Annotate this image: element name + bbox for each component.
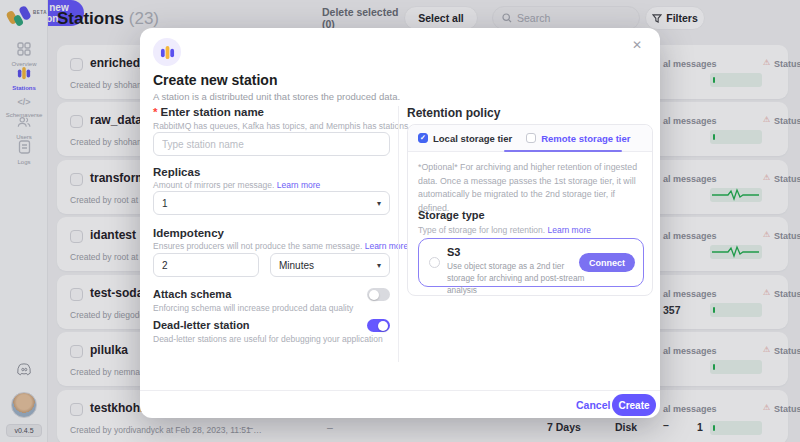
local-tier-label: Local storage tier [433, 133, 512, 144]
storage-tier-tabs: ✓ Local storage tier Remote storage tier [408, 125, 652, 152]
storage-type-label: Storage type [418, 209, 485, 221]
idempotency-unit: Minutes [279, 260, 314, 271]
create-station-modal: ✕ Create new station A station is a dist… [140, 28, 660, 418]
required-asterisk: * [153, 106, 157, 118]
tab-remote-storage-tier[interactable]: Remote storage tier [526, 133, 630, 144]
modal-footer-divider [140, 390, 660, 391]
chevron-down-icon: ▾ [377, 261, 381, 270]
modal-title: Create new station [153, 72, 277, 88]
active-tab-underline [504, 150, 622, 152]
modal-subtitle: A station is a distributed unit that sto… [153, 91, 400, 102]
replicas-select[interactable]: 1 ▾ [153, 191, 390, 215]
replicas-hint: Amount of mirrors per message. Learn mor… [153, 180, 320, 190]
s3-description: Use object storage as a 2nd tier storage… [447, 260, 589, 296]
idempotency-hint: Ensures producers will not produce the s… [153, 241, 408, 251]
idempotency-value-input[interactable] [153, 253, 259, 277]
attach-schema-hint: Enforcing schema will increase produced … [153, 303, 353, 313]
dead-letter-toggle[interactable] [367, 319, 390, 332]
storage-tier-box: ✓ Local storage tier Remote storage tier… [407, 124, 653, 296]
station-name-hint: RabbitMQ has queues, Kafka has topics, a… [153, 121, 408, 131]
s3-connect-button[interactable]: Connect [579, 253, 635, 272]
idempotency-label: Idempotency [153, 227, 224, 239]
station-modal-icon [153, 38, 181, 66]
idempotency-unit-select[interactable]: Minutes ▾ [270, 253, 390, 277]
storage-type-hint: Type of storage for long retention. Lear… [418, 225, 591, 235]
dead-letter-label: Dead-letter station [153, 319, 250, 331]
replicas-value: 1 [162, 198, 168, 209]
replicas-learn-more-link[interactable]: Learn more [277, 180, 320, 190]
attach-schema-toggle[interactable] [367, 288, 390, 301]
chevron-down-icon: ▾ [377, 199, 381, 208]
s3-radio[interactable] [429, 257, 440, 268]
remote-tier-label: Remote storage tier [541, 133, 630, 144]
station-name-label: *Enter station name [153, 106, 264, 118]
s3-name: S3 [447, 246, 460, 258]
replicas-label: Replicas [153, 166, 200, 178]
cancel-button[interactable]: Cancel [576, 399, 610, 411]
s3-storage-card[interactable]: S3 Use object storage as a 2nd tier stor… [418, 238, 644, 287]
tab-local-storage-tier[interactable]: ✓ Local storage tier [418, 133, 512, 144]
app-root: BETA Overview Stations </> Schemaverse U… [0, 0, 800, 442]
local-tier-checkbox[interactable]: ✓ [418, 133, 428, 143]
close-icon[interactable]: ✕ [632, 38, 642, 52]
station-name-input[interactable] [153, 132, 390, 156]
remote-tier-checkbox[interactable] [526, 133, 536, 143]
attach-schema-label: Attach schema [153, 288, 231, 300]
idempotency-learn-more-link[interactable]: Learn more [365, 241, 408, 251]
create-button[interactable]: Create [612, 394, 656, 416]
storage-learn-more-link[interactable]: Learn more [547, 225, 590, 235]
column-divider [398, 106, 399, 362]
remote-tier-description: *Optional* For archiving and higher rete… [418, 161, 644, 216]
dead-letter-hint: Dead-letter stations are useful for debu… [153, 334, 383, 344]
retention-policy-title: Retention policy [407, 106, 500, 120]
